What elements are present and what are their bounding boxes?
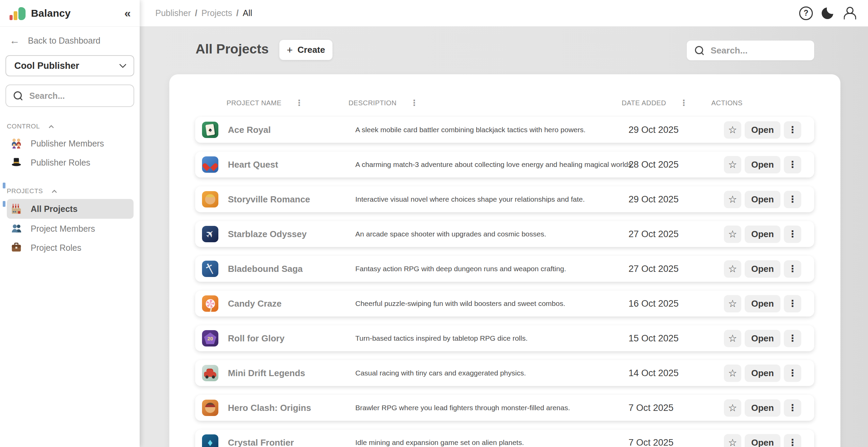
date-added: 15 Oct 2025 [629,333,724,344]
open-button[interactable]: Open [745,330,780,347]
sidebar-item-project-members[interactable]: Project Members [7,219,134,238]
factory-icon [10,203,22,215]
project-name: Bladebound Saga [218,264,355,274]
chevron-down-icon [119,61,126,68]
breadcrumb-projects[interactable]: Projects [201,8,232,18]
project-name: Ace Royal [218,125,355,135]
create-button[interactable]: + Create [279,40,332,60]
sidebar-header: Balancy « [0,0,140,27]
dark-mode-moon-icon[interactable] [821,6,835,20]
breadcrumb-publisher[interactable]: Publisher [155,8,191,18]
row-menu-button[interactable]: ⋮ [784,260,801,278]
open-button[interactable]: Open [745,191,780,208]
row-menu-button[interactable]: ⋮ [784,330,801,347]
projects-items: All Projects Project Members Project Rol… [0,199,140,257]
row-menu-button[interactable]: ⋮ [784,365,801,382]
star-icon: ☆ [728,195,737,204]
help-icon[interactable]: ? [799,6,813,20]
favorite-star-button[interactable]: ☆ [724,295,741,312]
section-header-control[interactable]: CONTROL [7,123,140,130]
date-added: 28 Oct 2025 [629,159,724,170]
row-menu-button[interactable]: ⋮ [784,156,801,173]
publisher-selector-value: Cool Publisher [14,61,79,71]
publisher-selector[interactable]: Cool Publisher [5,55,134,76]
row-menu-button[interactable]: ⋮ [784,226,801,243]
column-header-actions: ACTIONS [711,99,794,107]
kebab-icon: ⋮ [788,125,797,135]
collapse-sidebar-icon[interactable]: « [124,6,131,20]
star-icon: ☆ [728,125,737,135]
sword-icon: † [202,261,218,277]
row-actions: ☆ Open ⋮ [724,330,801,347]
app-window: Balancy « ← Back to Dashboard Cool Publi… [0,0,868,447]
row-actions: ☆ Open ⋮ [724,365,801,382]
breadcrumb-current: All [243,8,252,18]
projects-search-input[interactable] [711,45,806,56]
sidebar-item-all-projects[interactable]: All Projects [7,199,134,219]
row-menu-button[interactable]: ⋮ [784,121,801,139]
top-hat-icon [10,156,22,169]
table-row: † Bladebound Saga Fantasy action RPG wit… [195,256,814,282]
column-menu-icon[interactable]: ⋮ [295,99,303,107]
playing-cards-icon: ♠ [202,122,218,138]
row-actions: ☆ Open ⋮ [724,260,801,278]
favorite-star-button[interactable]: ☆ [724,156,741,173]
breadcrumb-separator: / [195,8,197,18]
row-actions: ☆ Open ⋮ [724,434,801,447]
row-menu-button[interactable]: ⋮ [784,295,801,312]
d20-die-icon: 20 [202,330,218,346]
row-menu-button[interactable]: ⋮ [784,191,801,208]
favorite-star-button[interactable]: ☆ [724,399,741,417]
main-area: Publisher / Projects / All ? All Project… [140,0,868,447]
open-button[interactable]: Open [745,156,780,173]
kebab-icon: ⋮ [788,160,797,169]
open-button[interactable]: Open [745,121,780,139]
sidebar-item-publisher-roles[interactable]: Publisher Roles [7,153,134,172]
favorite-star-button[interactable]: ☆ [724,434,741,447]
favorite-star-button[interactable]: ☆ [724,330,741,347]
row-menu-button[interactable]: ⋮ [784,434,801,447]
open-button[interactable]: Open [745,399,780,417]
project-name: Heart Quest [218,159,355,170]
open-button[interactable]: Open [745,434,780,447]
sidebar-item-publisher-members[interactable]: Publisher Members [7,134,134,153]
open-button[interactable]: Open [745,260,780,278]
star-icon: ☆ [728,229,737,239]
account-person-icon[interactable] [843,6,856,20]
content: All Projects + Create PROJECT NAME ⋮ DES… [140,27,868,447]
sidebar-item-label: Project Roles [31,243,81,253]
star-icon: ☆ [728,160,737,170]
column-menu-icon[interactable]: ⋮ [410,99,418,107]
sidebar-item-project-roles[interactable]: Project Roles [7,238,134,257]
table-body: ♠ Ace Royal A sleek mobile card battler … [195,117,814,447]
busts-icon [10,222,22,235]
rocket-icon: ✈ [202,226,218,242]
table-row: Mini Drift Legends Casual racing with ti… [195,360,814,386]
favorite-star-button[interactable]: ☆ [724,260,741,278]
section-label: PROJECTS [7,187,43,195]
back-to-dashboard-link[interactable]: ← Back to Dashboard [10,35,131,46]
toy-car-icon [202,365,218,381]
kebab-icon: ⋮ [788,334,797,343]
favorite-star-button[interactable]: ☆ [724,226,741,243]
date-added: 29 Oct 2025 [629,194,724,205]
app-title: Balancy [31,7,71,19]
kebab-icon: ⋮ [788,299,797,308]
open-button[interactable]: Open [745,365,780,382]
favorite-star-button[interactable]: ☆ [724,365,741,382]
open-button[interactable]: Open [745,226,780,243]
project-description: Interactive visual novel where choices s… [355,195,629,203]
row-menu-button[interactable]: ⋮ [784,399,801,417]
open-button[interactable]: Open [745,295,780,312]
sidebar-search-input[interactable] [29,91,126,101]
date-added: 7 Oct 2025 [629,403,724,413]
section-header-projects[interactable]: PROJECTS [7,187,140,195]
favorite-star-button[interactable]: ☆ [724,121,741,139]
table-row: Heart Quest A charming match-3 adventure… [195,152,814,178]
column-menu-icon[interactable]: ⋮ [680,99,688,107]
row-actions: ☆ Open ⋮ [724,295,801,312]
star-icon: ☆ [728,264,737,274]
family-icon [10,137,22,150]
favorite-star-button[interactable]: ☆ [724,191,741,208]
heart-icon [202,156,218,173]
